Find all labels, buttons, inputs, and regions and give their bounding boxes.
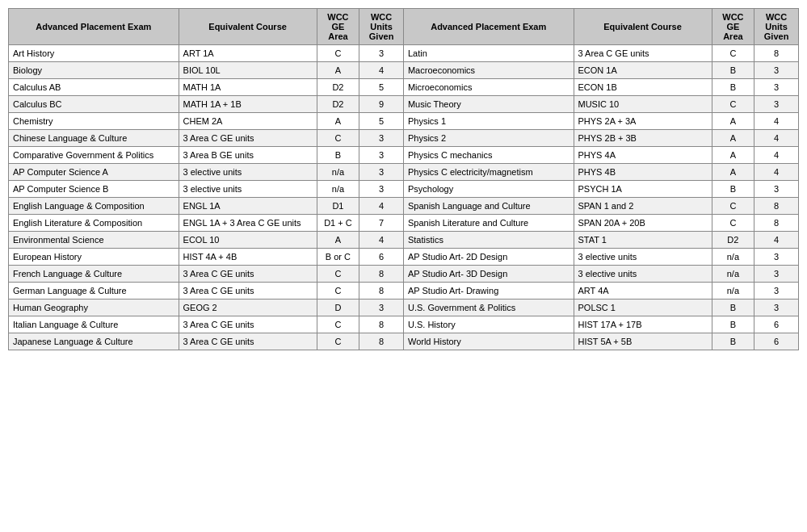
header-left-exam: Advanced Placement Exam (9, 9, 179, 45)
right-exam-cell: Psychology (403, 181, 574, 198)
right-units-cell: 3 (754, 300, 799, 316)
right-equiv-cell: PSYCH 1A (574, 181, 712, 198)
right-exam-cell: Spanish Language and Culture (403, 198, 574, 215)
right-ge-cell: B (712, 181, 754, 198)
left-equiv-cell: ART 1A (179, 45, 317, 62)
left-exam-cell: German Language & Culture (9, 283, 179, 300)
right-equiv-cell: POLSC 1 (574, 300, 712, 316)
left-equiv-cell: GEOG 2 (179, 300, 317, 316)
right-units-cell: 8 (754, 215, 799, 232)
left-exam-cell: Calculus AB (9, 79, 179, 96)
left-units-cell: 9 (359, 96, 404, 113)
right-exam-cell: AP Studio Art- 3D Design (403, 266, 574, 283)
right-ge-cell: n/a (712, 266, 754, 283)
right-ge-cell: B (712, 333, 754, 350)
left-ge-cell: D1 + C (317, 215, 359, 232)
left-equiv-cell: 3 elective units (179, 181, 317, 198)
left-ge-cell: n/a (317, 164, 359, 181)
right-units-cell: 4 (754, 130, 799, 147)
right-units-cell: 3 (754, 62, 799, 79)
left-units-cell: 5 (359, 79, 404, 96)
left-units-cell: 3 (359, 164, 404, 181)
left-ge-cell: n/a (317, 181, 359, 198)
left-units-cell: 3 (359, 147, 404, 164)
left-units-cell: 3 (359, 45, 404, 62)
left-ge-cell: B (317, 147, 359, 164)
right-exam-cell: AP Studio Art- 2D Design (403, 249, 574, 266)
right-units-cell: 3 (754, 181, 799, 198)
left-units-cell: 3 (359, 130, 404, 147)
right-exam-cell: Physics C mechanics (403, 147, 574, 164)
right-ge-cell: A (712, 113, 754, 130)
right-ge-cell: C (712, 96, 754, 113)
left-equiv-cell: CHEM 2A (179, 113, 317, 130)
left-exam-cell: European History (9, 249, 179, 266)
left-exam-cell: Human Geography (9, 300, 179, 316)
right-ge-cell: B (712, 316, 754, 333)
left-ge-cell: D2 (317, 79, 359, 96)
right-exam-cell: World History (403, 333, 574, 350)
header-right-equiv: Equivalent Course (574, 9, 712, 45)
right-units-cell: 4 (754, 232, 799, 249)
right-equiv-cell: SPAN 20A + 20B (574, 215, 712, 232)
left-exam-cell: Chinese Language & Culture (9, 130, 179, 147)
left-exam-cell: Italian Language & Culture (9, 316, 179, 333)
left-units-cell: 4 (359, 198, 404, 215)
header-right-exam: Advanced Placement Exam (403, 9, 574, 45)
right-ge-cell: D2 (712, 232, 754, 249)
left-exam-cell: English Language & Composition (9, 198, 179, 215)
right-exam-cell: AP Studio Art- Drawing (403, 283, 574, 300)
left-exam-cell: Japanese Language & Culture (9, 333, 179, 350)
right-units-cell: 8 (754, 45, 799, 62)
right-ge-cell: A (712, 164, 754, 181)
right-equiv-cell: 3 elective units (574, 266, 712, 283)
right-equiv-cell: PHYS 4A (574, 147, 712, 164)
right-ge-cell: B (712, 79, 754, 96)
ap-credit-table: Advanced Placement Exam Equivalent Cours… (8, 8, 799, 350)
left-equiv-cell: 3 elective units (179, 164, 317, 181)
right-equiv-cell: PHYS 2B + 3B (574, 130, 712, 147)
right-exam-cell: Latin (403, 45, 574, 62)
left-ge-cell: C (317, 316, 359, 333)
right-units-cell: 3 (754, 283, 799, 300)
right-ge-cell: A (712, 130, 754, 147)
right-exam-cell: Statistics (403, 232, 574, 249)
left-equiv-cell: 3 Area C GE units (179, 283, 317, 300)
left-equiv-cell: MATH 1A + 1B (179, 96, 317, 113)
left-exam-cell: AP Computer Science B (9, 181, 179, 198)
left-ge-cell: C (317, 266, 359, 283)
right-equiv-cell: HIST 17A + 17B (574, 316, 712, 333)
left-equiv-cell: ENGL 1A + 3 Area C GE units (179, 215, 317, 232)
right-exam-cell: U.S. Government & Politics (403, 300, 574, 316)
left-exam-cell: French Language & Culture (9, 266, 179, 283)
left-ge-cell: C (317, 130, 359, 147)
left-units-cell: 8 (359, 266, 404, 283)
left-ge-cell: D1 (317, 198, 359, 215)
right-exam-cell: Physics C electricity/magnetism (403, 164, 574, 181)
left-equiv-cell: ENGL 1A (179, 198, 317, 215)
right-equiv-cell: ECON 1A (574, 62, 712, 79)
right-equiv-cell: ART 4A (574, 283, 712, 300)
left-equiv-cell: 3 Area C GE units (179, 130, 317, 147)
left-equiv-cell: 3 Area C GE units (179, 333, 317, 350)
left-units-cell: 8 (359, 333, 404, 350)
right-exam-cell: Macroeconomics (403, 62, 574, 79)
header-left-ge: WCC GE Area (317, 9, 359, 45)
right-equiv-cell: 3 elective units (574, 249, 712, 266)
right-exam-cell: Music Theory (403, 96, 574, 113)
right-exam-cell: Physics 1 (403, 113, 574, 130)
left-exam-cell: Calculus BC (9, 96, 179, 113)
right-exam-cell: Physics 2 (403, 130, 574, 147)
left-units-cell: 4 (359, 232, 404, 249)
right-units-cell: 6 (754, 316, 799, 333)
header-left-units: WCC Units Given (359, 9, 404, 45)
right-equiv-cell: PHYS 2A + 3A (574, 113, 712, 130)
right-ge-cell: n/a (712, 249, 754, 266)
right-exam-cell: U.S. History (403, 316, 574, 333)
left-equiv-cell: ECOL 10 (179, 232, 317, 249)
right-ge-cell: C (712, 198, 754, 215)
left-equiv-cell: 3 Area B GE units (179, 147, 317, 164)
left-units-cell: 7 (359, 215, 404, 232)
left-exam-cell: Chemistry (9, 113, 179, 130)
left-exam-cell: Art History (9, 45, 179, 62)
